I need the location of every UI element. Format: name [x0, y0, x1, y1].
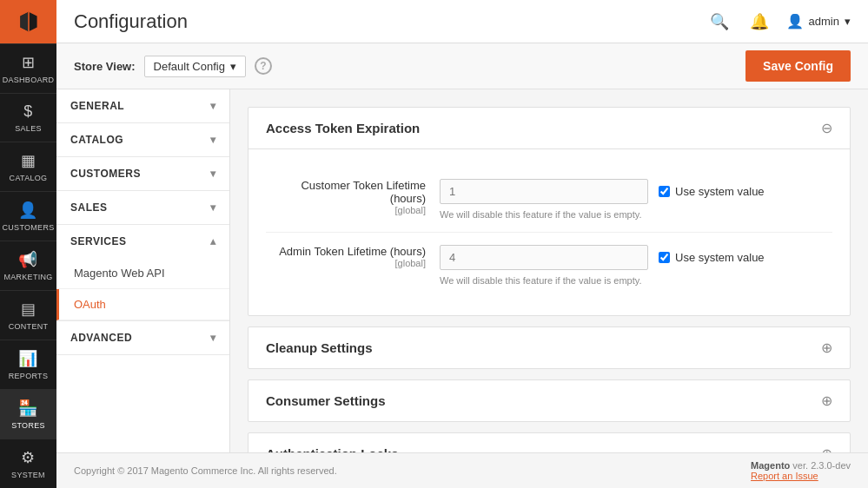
- header-actions: 🔍 🔔 👤 admin ▾: [706, 9, 851, 35]
- store-view-select[interactable]: Default Config ▾: [144, 56, 246, 77]
- nav-section-advanced: ADVANCED ▾: [56, 321, 229, 355]
- sidebar: ⊞ Dashboard $ Sales ▦ Catalog 👤 Customer…: [0, 0, 56, 488]
- nav-sub-item-oauth[interactable]: OAuth: [56, 289, 229, 320]
- sidebar-item-label: Reports: [9, 372, 48, 380]
- use-system-value-checkbox[interactable]: [659, 186, 670, 197]
- section-title-access-token: Access Token Expiration: [266, 121, 420, 135]
- sales-icon: $: [23, 102, 32, 121]
- sidebar-item-label: Customers: [2, 223, 54, 232]
- customer-token-input[interactable]: [440, 179, 648, 204]
- footer-copyright: Copyright © 2017 Magento Commerce Inc. A…: [74, 465, 337, 476]
- admin-token-input[interactable]: [440, 245, 648, 270]
- save-config-button[interactable]: Save Config: [745, 50, 851, 82]
- sidebar-item-reports[interactable]: 📊 Reports: [0, 340, 56, 389]
- sidebar-item-stores[interactable]: 🏪 Stores: [0, 389, 56, 439]
- use-system-value-text: Use system value: [675, 251, 765, 264]
- form-control-customer-token: Use system value We will disable this fe…: [440, 179, 832, 220]
- sidebar-item-label: Catalog: [10, 174, 48, 182]
- nav-sub-item-label: OAuth: [74, 298, 106, 311]
- store-view-selected: Default Config: [154, 60, 225, 73]
- sidebar-item-system[interactable]: ⚙ System: [0, 439, 56, 488]
- nav-section-header-general[interactable]: GENERAL ▾: [56, 89, 229, 122]
- nav-section-label-sales: SALES: [70, 201, 108, 214]
- nav-section-general: GENERAL ▾: [56, 89, 229, 123]
- form-label-customer-token: Customer Token Lifetime (hours) [global]: [266, 179, 440, 215]
- form-hint-customer-token: We will disable this feature if the valu…: [440, 209, 832, 220]
- nav-section-label-customers: CUSTOMERS: [70, 168, 141, 180]
- expand-icon: ⊕: [821, 340, 832, 356]
- nav-section-label-general: GENERAL: [70, 100, 124, 112]
- sidebar-item-content[interactable]: ▤ Content: [0, 290, 56, 340]
- system-icon: ⚙: [21, 448, 35, 467]
- report-issue-link[interactable]: Report an Issue: [751, 471, 818, 481]
- chevron-down-icon: ▾: [210, 201, 216, 214]
- sidebar-item-label: Dashboard: [3, 76, 55, 84]
- form-hint-admin-token: We will disable this feature if the valu…: [440, 275, 832, 286]
- form-input-row: Use system value: [440, 179, 832, 204]
- nav-section-label-services: SERVICES: [70, 235, 126, 247]
- top-header: Configuration 🔍 🔔 👤 admin ▾: [56, 0, 868, 43]
- section-header-access-token[interactable]: Access Token Expiration ⊖: [248, 108, 850, 149]
- help-button[interactable]: ?: [255, 57, 272, 75]
- use-system-value-label[interactable]: Use system value: [659, 251, 765, 264]
- form-input-row: Use system value: [440, 245, 832, 270]
- nav-section-header-customers[interactable]: CUSTOMERS ▾: [56, 157, 229, 190]
- section-title-cleanup: Cleanup Settings: [266, 340, 373, 355]
- section-title-consumer: Consumer Settings: [266, 393, 386, 408]
- stores-icon: 🏪: [18, 399, 37, 418]
- customers-icon: 👤: [18, 201, 37, 220]
- question-mark-icon: ?: [260, 60, 266, 72]
- nav-section-header-services[interactable]: SERVICES ▴: [56, 225, 229, 258]
- section-header-auth-locks[interactable]: Authentication Locks ⊕: [248, 433, 850, 452]
- bell-icon: 🔔: [750, 13, 769, 30]
- notifications-button[interactable]: 🔔: [746, 9, 772, 35]
- search-button[interactable]: 🔍: [706, 9, 732, 35]
- collapse-icon: ⊖: [821, 120, 832, 136]
- nav-section-header-catalog[interactable]: CATALOG ▾: [56, 123, 229, 156]
- store-view-bar: Store View: Default Config ▾ ? Save Conf…: [56, 43, 868, 89]
- expand-icon: ⊕: [821, 392, 832, 409]
- nav-section-header-advanced[interactable]: ADVANCED ▾: [56, 321, 229, 354]
- store-view-label: Store View:: [74, 60, 136, 73]
- admin-avatar-icon: 👤: [786, 13, 804, 30]
- section-body-access-token: Customer Token Lifetime (hours) [global]…: [248, 149, 850, 315]
- nav-section-sales: SALES ▾: [56, 191, 229, 225]
- sidebar-item-marketing[interactable]: 📢 Marketing: [0, 241, 56, 290]
- section-cleanup-settings: Cleanup Settings ⊕: [248, 326, 851, 369]
- reports-icon: 📊: [18, 349, 37, 368]
- content-area: GENERAL ▾ CATALOG ▾ CUSTOMERS ▾: [56, 89, 868, 452]
- dashboard-icon: ⊞: [22, 53, 35, 72]
- sidebar-item-customers[interactable]: 👤 Customers: [0, 191, 56, 241]
- section-header-consumer[interactable]: Consumer Settings ⊕: [248, 380, 850, 421]
- admin-label: admin: [809, 15, 839, 28]
- nav-section-catalog: CATALOG ▾: [56, 123, 229, 157]
- section-header-cleanup[interactable]: Cleanup Settings ⊕: [248, 327, 850, 368]
- chevron-down-icon: ▾: [845, 15, 851, 28]
- page-title: Configuration: [74, 10, 188, 33]
- sidebar-item-catalog[interactable]: ▦ Catalog: [0, 142, 56, 191]
- nav-section-header-sales[interactable]: SALES ▾: [56, 191, 229, 224]
- footer-version-label: Magento: [751, 460, 790, 471]
- form-label-sub: [global]: [266, 205, 426, 215]
- sidebar-item-label: Stores: [11, 421, 45, 430]
- nav-sub-item-magento-web-api[interactable]: Magento Web API: [56, 258, 229, 289]
- sidebar-item-sales[interactable]: $ Sales: [0, 93, 56, 142]
- footer-version-area: Magento ver. 2.3.0-dev Report an Issue: [751, 460, 851, 481]
- store-view-left: Store View: Default Config ▾ ?: [74, 56, 272, 77]
- content-icon: ▤: [21, 300, 36, 319]
- form-control-admin-token: Use system value We will disable this fe…: [440, 245, 832, 286]
- section-access-token-expiration: Access Token Expiration ⊖ Customer Token…: [248, 107, 851, 316]
- chevron-down-icon: ▾: [230, 60, 236, 73]
- expand-icon: ⊕: [821, 445, 832, 452]
- sidebar-item-label: Marketing: [3, 273, 52, 281]
- chevron-down-icon: ▾: [210, 100, 216, 112]
- form-row-customer-token: Customer Token Lifetime (hours) [global]…: [266, 167, 832, 233]
- footer: Copyright © 2017 Magento Commerce Inc. A…: [56, 452, 868, 488]
- admin-dropdown[interactable]: 👤 admin ▾: [786, 13, 851, 30]
- use-system-value-checkbox[interactable]: [659, 252, 670, 263]
- sidebar-item-dashboard[interactable]: ⊞ Dashboard: [0, 43, 56, 93]
- section-title-auth-locks: Authentication Locks: [266, 446, 399, 452]
- use-system-value-label[interactable]: Use system value: [659, 185, 765, 198]
- sidebar-item-label: Sales: [15, 124, 42, 133]
- search-icon: 🔍: [710, 13, 729, 30]
